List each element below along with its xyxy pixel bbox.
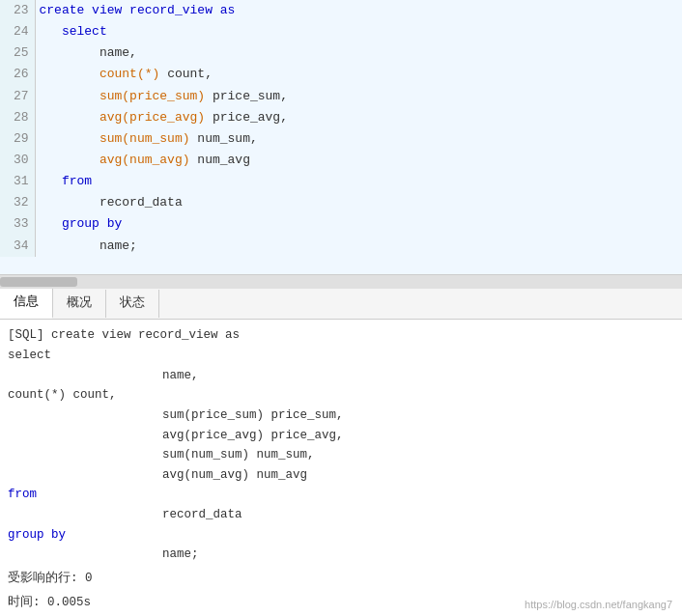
- line-number: 28: [0, 107, 35, 128]
- info-line: record_data: [8, 505, 674, 525]
- keyword-token: create view record_view as: [40, 3, 236, 17]
- plain-token: price_sum,: [205, 89, 288, 103]
- line-number: 31: [0, 171, 35, 192]
- info-sql-body: selectname, count(*) count,sum(price_sum…: [8, 346, 674, 565]
- info-line: select: [8, 346, 674, 366]
- plain-token: record_data: [40, 195, 183, 210]
- code-content: name;: [35, 236, 682, 257]
- affected-rows: 受影响的行: 0: [8, 569, 674, 589]
- info-code-right: avg(price_avg) price_avg,: [162, 426, 344, 446]
- line-number: 30: [0, 150, 35, 171]
- line-number: 24: [0, 21, 35, 42]
- code-line-row: 27 sum(price_sum) price_sum,: [0, 86, 682, 107]
- code-line-row: 32 record_data: [0, 192, 682, 213]
- info-line: avg(num_avg) num_avg: [8, 465, 674, 486]
- code-content: from: [35, 171, 682, 192]
- function-token: avg(price_avg): [40, 110, 206, 125]
- info-keyword: group by: [8, 525, 162, 546]
- scrollbar[interactable]: [0, 275, 682, 289]
- info-line: name,: [8, 366, 674, 386]
- function-token: count(*): [40, 67, 160, 81]
- info-line: name;: [8, 545, 674, 565]
- info-code-right: avg(num_avg) num_avg: [162, 465, 307, 486]
- code-content: sum(num_sum) num_sum,: [35, 128, 682, 150]
- watermark: https://blog.csdn.net/fangkang7: [525, 596, 672, 614]
- plain-token: num_sum,: [190, 131, 258, 146]
- info-code-right: sum(num_sum) num_sum,: [162, 445, 315, 465]
- tabs-bar: 信息 概况 状态: [0, 289, 682, 320]
- info-line: sum(price_sum) price_sum,: [8, 406, 674, 426]
- line-number: 29: [0, 128, 35, 150]
- code-line-row: 24 select: [0, 21, 682, 42]
- code-content: avg(num_avg) num_avg: [35, 150, 682, 171]
- code-content: select: [35, 21, 682, 42]
- code-line-row: 29 sum(num_sum) num_sum,: [0, 128, 682, 150]
- info-code: select: [8, 346, 162, 366]
- code-content: count(*) count,: [35, 64, 682, 85]
- plain-token: name,: [40, 45, 137, 60]
- info-code-right: record_data: [162, 505, 242, 525]
- line-number: 26: [0, 64, 35, 85]
- code-line-row: 28 avg(price_avg) price_avg,: [0, 107, 682, 128]
- info-line: avg(price_avg) price_avg,: [8, 426, 674, 446]
- code-line-row: 26 count(*) count,: [0, 64, 682, 85]
- code-line-row: 34 name;: [0, 236, 682, 257]
- keyword-token: select: [40, 24, 107, 39]
- code-content: avg(price_avg) price_avg,: [35, 107, 682, 128]
- info-keyword: from: [8, 485, 162, 505]
- plain-token: count,: [159, 67, 213, 81]
- tab-status[interactable]: 状态: [106, 290, 159, 318]
- code-line-row: 23create view record_view as: [0, 0, 682, 21]
- keyword-token: from: [40, 174, 93, 188]
- plain-token: num_avg: [190, 153, 250, 167]
- plain-token: price_avg,: [205, 110, 288, 125]
- info-line: count(*) count,: [8, 385, 674, 406]
- line-number: 25: [0, 42, 35, 64]
- info-code: count(*) count,: [8, 385, 162, 406]
- plain-token: name;: [40, 238, 137, 253]
- code-line-row: 30 avg(num_avg) num_avg: [0, 150, 682, 171]
- code-content: record_data: [35, 192, 682, 213]
- info-code-right: name,: [162, 366, 199, 386]
- info-line: from: [8, 485, 674, 505]
- line-number: 32: [0, 192, 35, 213]
- tab-info[interactable]: 信息: [0, 289, 53, 319]
- keyword-token: group by: [40, 216, 123, 231]
- function-token: sum(num_sum): [40, 131, 190, 146]
- info-line: group by: [8, 525, 674, 546]
- sql-header: [SQL] create view record_view as: [8, 325, 674, 346]
- line-number: 23: [0, 0, 35, 21]
- tab-overview[interactable]: 概况: [53, 290, 106, 318]
- scrollbar-thumb[interactable]: [0, 277, 77, 287]
- info-code-right: name;: [162, 545, 199, 565]
- code-table: 23create view record_view as24 select25 …: [0, 0, 682, 257]
- code-line-row: 25 name,: [0, 42, 682, 64]
- code-content: group by: [35, 213, 682, 235]
- line-number: 34: [0, 236, 35, 257]
- code-content: sum(price_sum) price_sum,: [35, 86, 682, 107]
- code-line-row: 31 from: [0, 171, 682, 192]
- function-token: sum(price_sum): [40, 89, 206, 103]
- function-token: avg(num_avg): [40, 153, 190, 167]
- line-number: 33: [0, 213, 35, 235]
- info-panel: [SQL] create view record_view as selectn…: [0, 320, 682, 616]
- code-editor: 23create view record_view as24 select25 …: [0, 0, 682, 275]
- code-content: name,: [35, 42, 682, 64]
- code-line-row: 33 group by: [0, 213, 682, 235]
- line-number: 27: [0, 86, 35, 107]
- info-code-right: sum(price_sum) price_sum,: [162, 406, 344, 426]
- code-content: create view record_view as: [35, 0, 682, 21]
- info-line: sum(num_sum) num_sum,: [8, 445, 674, 465]
